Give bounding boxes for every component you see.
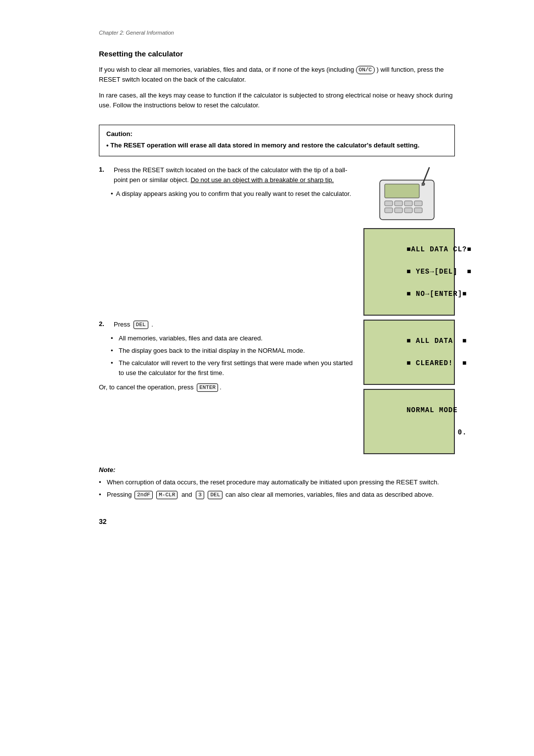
calculator-diagram	[370, 165, 449, 222]
caution-text: • The RESET operation will erase all dat…	[106, 141, 447, 150]
lcd-normal-mode: NORMAL MODE 0.	[363, 389, 455, 454]
note-bullet-2-text: Pressing	[107, 491, 132, 498]
note-2ndf-key: 2ndF	[134, 491, 152, 499]
confirm-bullet-text: A display appears asking you to confirm …	[116, 190, 351, 197]
step2-number: 2.	[99, 320, 111, 330]
page-number: 32	[99, 518, 455, 525]
note-title: Note:	[99, 466, 455, 473]
svg-rect-8	[404, 208, 412, 213]
step2-image-col: ■ ALL DATA ■ ■ CLEARED! ■ NORMAL MODE 0.	[363, 320, 455, 458]
svg-rect-9	[414, 208, 422, 213]
step2-content: Press DEL .	[114, 320, 358, 330]
or-cancel: Or, to cancel the operation, press ENTER…	[99, 383, 358, 392]
step2-text: Press	[114, 321, 130, 328]
step2-bullet-list: All memories, variables, files and data …	[99, 333, 358, 378]
note-section: Note: When corruption of data occurs, th…	[99, 466, 455, 500]
note-bullet-1: When corruption of data occurs, the rese…	[99, 477, 455, 487]
note-and-text: and	[181, 491, 192, 498]
lcd-display-1: ■ALL DATA CL?■ ■ YES→[DEL] ■ ■ NO→[ENTER…	[363, 228, 455, 316]
lcd3-line1: NORMAL MODE	[406, 406, 457, 414]
caution-box: Caution: • The RESET operation will eras…	[99, 125, 455, 157]
enter-key-badge: ENTER	[197, 383, 218, 392]
lcd3-line2: 0.	[406, 428, 467, 436]
lcd-display-2: ■ ALL DATA ■ ■ CLEARED! ■	[363, 320, 455, 385]
note-del-key: DEL	[208, 491, 222, 499]
lcd1-line3: ■ NO→[ENTER]■	[406, 290, 467, 298]
svg-rect-1	[385, 184, 419, 198]
intro-para2: In rare cases, all the keys may cease to…	[99, 91, 455, 110]
del-key-badge: DEL	[134, 321, 148, 329]
svg-rect-2	[385, 201, 393, 206]
caution-title: Caution:	[106, 130, 447, 138]
svg-rect-3	[395, 201, 402, 206]
step1-text-col: 1. Press the RESET switch located on the…	[99, 165, 358, 200]
lcd2-line1: ■ ALL DATA ■	[406, 337, 467, 345]
chapter-header: Chapter 2: General Information	[99, 30, 455, 36]
lcd1-line2: ■ YES→[DEL] ■	[406, 268, 472, 276]
step2-bullet-1: All memories, variables, files and data …	[111, 333, 358, 343]
svg-point-12	[422, 183, 425, 186]
step1-row: 1. Press the RESET switch located on the…	[99, 165, 455, 320]
confirm-bullet-dot: •	[111, 190, 113, 197]
or-cancel-text: Or, to cancel the operation, press	[99, 383, 194, 391]
onc-key-badge: ON/C	[356, 66, 375, 74]
step1-image-col: ■ALL DATA CL?■ ■ YES→[DEL] ■ ■ NO→[ENTER…	[363, 165, 455, 320]
lcd1-line1: ■ALL DATA CL?■	[406, 245, 472, 253]
svg-rect-6	[385, 208, 393, 213]
step1-underline: Do not use an object with a breakable or…	[190, 176, 334, 184]
note-end-text: can also clear all memories, variables, …	[225, 491, 434, 498]
step1-number: 1.	[99, 165, 111, 185]
step1-content: Press the RESET switch located on the ba…	[114, 165, 358, 185]
note-bullet-list: When corruption of data occurs, the rese…	[99, 477, 455, 500]
step2-bullet-2: The display goes back to the initial dis…	[111, 346, 358, 356]
note-mclr-key: M-CLR	[156, 491, 178, 499]
svg-rect-5	[414, 201, 422, 206]
step2-bullet-3: The calculator will revert to the very f…	[111, 358, 358, 378]
lcd2-line2: ■ CLEARED! ■	[406, 359, 467, 367]
intro-text-1a: If you wish to clear all memories, varia…	[99, 66, 354, 73]
step2-text-after: .	[151, 321, 153, 328]
page: Chapter 2: General Information Resetting…	[0, 0, 534, 756]
step2-row: 2. Press DEL . All memories, variables, …	[99, 320, 455, 458]
section-title: Resetting the calculator	[99, 49, 455, 58]
step2-text-col: 2. Press DEL . All memories, variables, …	[99, 320, 358, 400]
note-3-key: 3	[196, 491, 204, 499]
svg-rect-7	[395, 208, 402, 213]
intro-para1: If you wish to clear all memories, varia…	[99, 65, 455, 85]
svg-rect-4	[404, 201, 412, 206]
note-bullet-2: Pressing 2ndF M-CLR and 3 DEL can also c…	[99, 490, 455, 500]
